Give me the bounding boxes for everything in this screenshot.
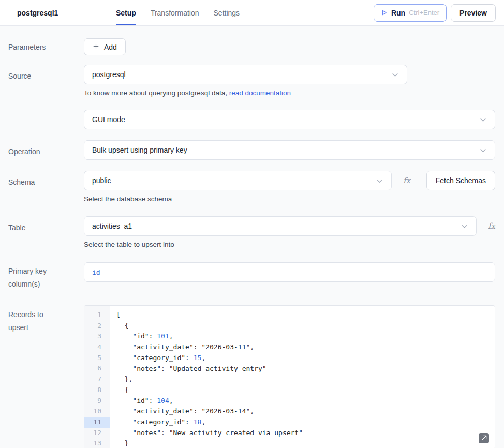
read-documentation-link[interactable]: read documentation xyxy=(229,89,291,97)
tab-setup[interactable]: Setup xyxy=(116,0,136,25)
schema-select[interactable]: public xyxy=(84,171,392,190)
query-header: postgresql1 Setup Transformation Setting… xyxy=(0,0,504,26)
records-code-editor[interactable]: 12345678910111213 [ { "id": 101, "activi… xyxy=(84,305,495,448)
tab-setup-label: Setup xyxy=(116,9,136,17)
expand-editor-button[interactable] xyxy=(479,433,489,443)
fx-toggle-icon[interactable]: fx xyxy=(488,221,495,231)
primary-key-input[interactable] xyxy=(84,262,495,282)
fetch-schemas-button[interactable]: Fetch Schemas xyxy=(426,171,495,190)
expand-arrow-icon xyxy=(481,435,487,442)
source-helper: To know more about querying postgresql d… xyxy=(84,89,495,97)
mode-select-value: GUI mode xyxy=(92,115,125,124)
tab-bar: Setup Transformation Settings xyxy=(116,0,240,25)
fx-toggle-icon[interactable]: fx xyxy=(403,176,410,185)
operation-label: Operation xyxy=(8,140,84,160)
chevron-down-icon xyxy=(479,146,487,154)
records-label: Records to upsert xyxy=(8,305,84,448)
plus-icon xyxy=(93,43,99,51)
tab-settings-label: Settings xyxy=(214,9,240,17)
source-select[interactable]: postgresql xyxy=(84,65,407,84)
table-label: Table xyxy=(8,216,84,248)
tab-settings[interactable]: Settings xyxy=(214,0,240,25)
parameters-label: Parameters xyxy=(8,38,84,55)
run-button[interactable]: Run Ctrl+Enter xyxy=(374,4,447,22)
primary-key-label: Primary key column(s) xyxy=(8,262,84,291)
schema-label: Schema xyxy=(8,171,84,203)
schema-select-value: public xyxy=(92,176,111,185)
table-helper: Select the table to upsert into xyxy=(84,241,495,248)
operation-select[interactable]: Bulk upsert using primary key xyxy=(84,140,495,160)
run-shortcut: Ctrl+Enter xyxy=(409,9,439,17)
mode-label-spacer xyxy=(8,110,84,129)
tab-transformation-label: Transformation xyxy=(151,9,199,17)
source-select-value: postgresql xyxy=(92,70,126,79)
source-label: Source xyxy=(8,65,84,97)
add-parameter-button[interactable]: Add xyxy=(84,38,126,55)
chevron-down-icon xyxy=(391,71,399,79)
table-select[interactable]: activities_a1 xyxy=(84,216,477,236)
editor-gutter: 12345678910111213 xyxy=(84,306,110,448)
preview-button[interactable]: Preview xyxy=(451,4,496,22)
schema-helper: Select the database schema xyxy=(84,195,495,203)
query-title[interactable]: postgresql1 xyxy=(8,9,99,17)
run-label: Run xyxy=(391,9,405,17)
chevron-down-icon xyxy=(479,116,487,124)
tab-transformation[interactable]: Transformation xyxy=(151,0,199,25)
chevron-down-icon xyxy=(376,177,383,185)
operation-select-value: Bulk upsert using primary key xyxy=(92,146,187,154)
query-setup-panel: Parameters Add Source postgresql To know… xyxy=(0,38,504,448)
editor-code[interactable]: [ { "id": 101, "activity_date": "2026-03… xyxy=(110,306,495,448)
add-parameter-label: Add xyxy=(104,43,117,51)
mode-select[interactable]: GUI mode xyxy=(84,110,495,129)
table-select-value: activities_a1 xyxy=(92,222,132,230)
header-actions: Run Ctrl+Enter Preview xyxy=(374,4,496,22)
chevron-down-icon xyxy=(461,222,468,230)
play-icon xyxy=(381,9,388,16)
source-helper-text: To know more about querying postgresql d… xyxy=(84,89,229,97)
